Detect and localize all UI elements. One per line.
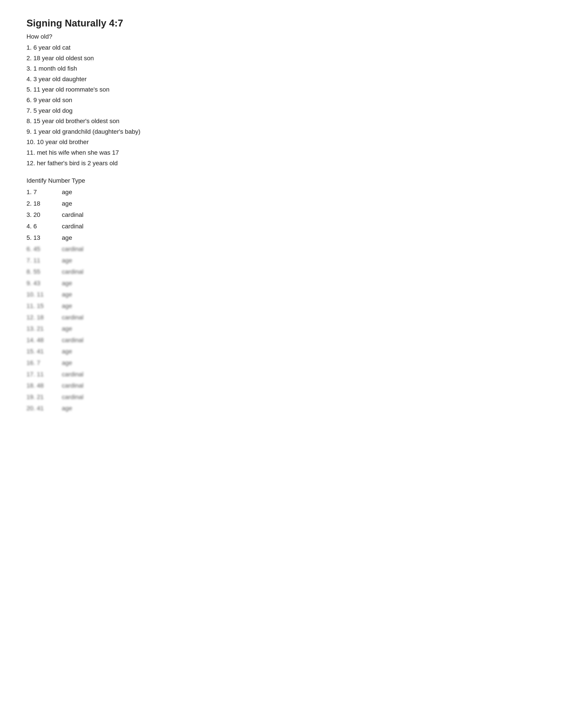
list-item: 5. 11 year old roommate's son: [26, 84, 194, 95]
number-cell: 19. 21: [26, 391, 62, 403]
type-cell: cardinal: [62, 312, 83, 323]
identify-section-title: Identify Number Type: [26, 177, 194, 184]
table-row: 20. 41age: [26, 403, 83, 414]
number-cell: 13. 21: [26, 323, 62, 334]
type-cell: cardinal: [62, 391, 83, 403]
table-row: 13. 21age: [26, 323, 83, 334]
table-row: 11. 15age: [26, 300, 83, 312]
number-cell: 17. 11: [26, 369, 62, 380]
type-cell: age: [62, 198, 83, 209]
type-cell: age: [62, 289, 83, 300]
number-cell: 5. 13: [26, 232, 62, 244]
type-cell: age: [62, 186, 83, 198]
type-cell: cardinal: [62, 334, 83, 346]
type-cell: cardinal: [62, 369, 83, 380]
number-cell: 11. 15: [26, 300, 62, 312]
list-item: 1. 6 year old cat: [26, 42, 194, 53]
list-item: 8. 15 year old brother's oldest son: [26, 116, 194, 126]
number-cell: 9. 43: [26, 278, 62, 289]
table-row: 4. 6cardinal: [26, 221, 83, 232]
number-cell: 3. 20: [26, 209, 62, 221]
type-cell: age: [62, 232, 83, 244]
list-item: 6. 9 year old son: [26, 95, 194, 105]
type-cell: cardinal: [62, 209, 83, 221]
number-cell: 14. 48: [26, 334, 62, 346]
type-cell: cardinal: [62, 243, 83, 255]
subtitle: How old?: [26, 33, 194, 40]
list-item: 11. met his wife when she was 17: [26, 147, 194, 158]
number-cell: 15. 41: [26, 346, 62, 357]
table-row: 10. 11age: [26, 289, 83, 300]
type-cell: cardinal: [62, 221, 83, 232]
number-type-table: 1. 7age2. 18age3. 20cardinal4. 6cardinal…: [26, 186, 83, 414]
table-row: 15. 41age: [26, 346, 83, 357]
table-row: 1. 7age: [26, 186, 83, 198]
number-cell: 16. 7: [26, 357, 62, 369]
table-row: 18. 48cardinal: [26, 380, 83, 391]
table-row: 7. 11age: [26, 255, 83, 266]
number-cell: 2. 18: [26, 198, 62, 209]
number-cell: 6. 45: [26, 243, 62, 255]
type-cell: age: [62, 323, 83, 334]
type-cell: cardinal: [62, 266, 83, 278]
number-cell: 4. 6: [26, 221, 62, 232]
number-cell: 18. 48: [26, 380, 62, 391]
table-row: 14. 48cardinal: [26, 334, 83, 346]
type-cell: age: [62, 300, 83, 312]
list-item: 3. 1 month old fish: [26, 63, 194, 74]
table-row: 8. 55cardinal: [26, 266, 83, 278]
list-item: 9. 1 year old grandchild (daughter's bab…: [26, 126, 194, 137]
list-section: 1. 6 year old cat2. 18 year old oldest s…: [26, 42, 194, 168]
number-cell: 20. 41: [26, 403, 62, 414]
table-row: 16. 7age: [26, 357, 83, 369]
table-row: 2. 18age: [26, 198, 83, 209]
number-cell: 1. 7: [26, 186, 62, 198]
table-row: 5. 13age: [26, 232, 83, 244]
number-cell: 10. 11: [26, 289, 62, 300]
number-cell: 8. 55: [26, 266, 62, 278]
type-cell: age: [62, 278, 83, 289]
list-item: 7. 5 year old dog: [26, 105, 194, 116]
type-cell: cardinal: [62, 380, 83, 391]
type-cell: age: [62, 255, 83, 266]
list-item: 2. 18 year old oldest son: [26, 53, 194, 64]
list-item: 4. 3 year old daughter: [26, 74, 194, 84]
list-item: 12. her father's bird is 2 years old: [26, 158, 194, 169]
number-cell: 12. 18: [26, 312, 62, 323]
table-row: 17. 11cardinal: [26, 369, 83, 380]
type-cell: age: [62, 357, 83, 369]
list-item: 10. 10 year old brother: [26, 137, 194, 147]
type-cell: age: [62, 346, 83, 357]
table-row: 12. 18cardinal: [26, 312, 83, 323]
table-row: 19. 21cardinal: [26, 391, 83, 403]
table-row: 6. 45cardinal: [26, 243, 83, 255]
type-cell: age: [62, 403, 83, 414]
page-title: Signing Naturally 4:7: [26, 18, 194, 29]
table-row: 3. 20cardinal: [26, 209, 83, 221]
table-row: 9. 43age: [26, 278, 83, 289]
number-cell: 7. 11: [26, 255, 62, 266]
